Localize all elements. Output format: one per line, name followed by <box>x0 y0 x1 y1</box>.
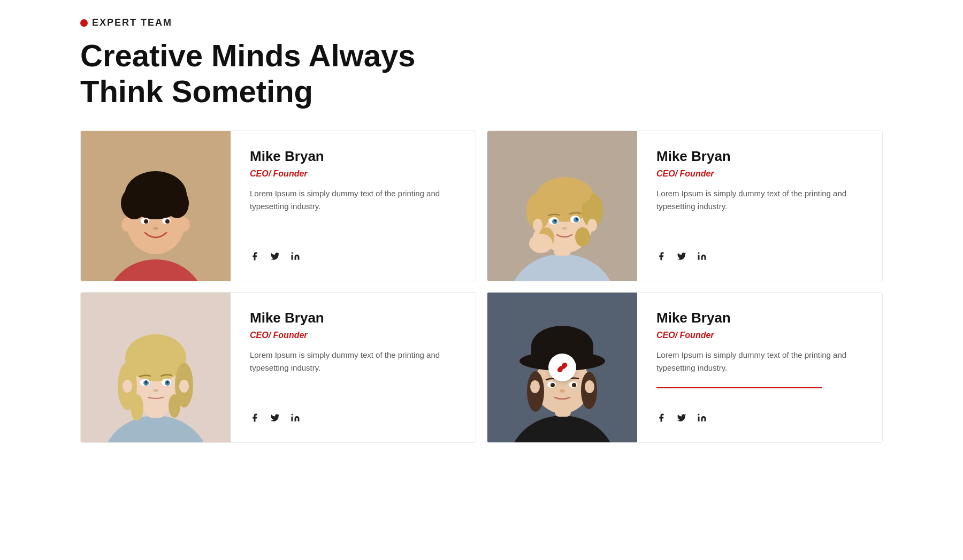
member-desc-4: Lorem Ipsum is simply dummy text of the … <box>656 349 863 374</box>
svg-point-34 <box>576 218 578 220</box>
team-card-image-4 <box>487 293 637 442</box>
svg-point-48 <box>131 394 143 421</box>
svg-point-56 <box>145 381 147 383</box>
team-card-3: Mike Bryan CEO/ Founder Lorem Ipsum is s… <box>80 292 476 443</box>
bottom-divider-4 <box>656 387 822 388</box>
svg-point-14 <box>153 227 158 230</box>
linkedin-link-3[interactable] <box>291 413 300 425</box>
svg-point-78 <box>698 414 700 416</box>
svg-point-28 <box>587 219 597 232</box>
member-role-1: CEO/ Founder <box>250 169 456 179</box>
svg-point-24 <box>538 178 592 208</box>
svg-point-36 <box>529 234 553 253</box>
linkedin-link-4[interactable] <box>697 413 707 425</box>
member-role-4: CEO/ Founder <box>656 331 863 340</box>
member-desc-1: Lorem Ipsum is simply dummy text of the … <box>250 187 456 213</box>
team-card-2: Mike Bryan CEO/ Founder Lorem Ipsum is s… <box>487 131 883 281</box>
team-grid: Mike Bryan CEO/ Founder Lorem Ipsum is s… <box>80 131 883 443</box>
link-icon <box>556 362 568 373</box>
team-card-image-3 <box>81 293 231 442</box>
social-icons-1 <box>250 251 456 264</box>
linkedin-link-1[interactable] <box>291 251 300 264</box>
member-desc-2: Lorem Ipsum is simply dummy text of the … <box>656 187 863 213</box>
svg-point-39 <box>698 252 700 254</box>
overlay-icon-4[interactable] <box>548 354 576 381</box>
team-card-info-4: Mike Bryan CEO/ Founder Lorem Ipsum is s… <box>637 293 882 442</box>
svg-point-7 <box>128 173 184 205</box>
svg-point-58 <box>153 389 158 392</box>
svg-point-49 <box>169 394 180 418</box>
social-icons-3 <box>250 413 456 425</box>
svg-point-26 <box>575 227 590 247</box>
twitter-link-1[interactable] <box>270 251 280 264</box>
person2-illustration <box>487 131 637 281</box>
section-label-dot <box>80 19 88 27</box>
svg-point-35 <box>562 227 567 230</box>
svg-point-13 <box>165 219 170 224</box>
svg-point-8 <box>121 218 132 232</box>
svg-point-37 <box>533 231 540 246</box>
team-card-info-1: Mike Bryan CEO/ Founder Lorem Ipsum is s… <box>231 131 476 281</box>
svg-point-57 <box>166 381 169 383</box>
svg-point-70 <box>530 380 540 393</box>
svg-point-60 <box>292 414 293 416</box>
section-label-text: EXPERT TEAM <box>92 17 172 28</box>
svg-point-33 <box>554 220 556 222</box>
person1-illustration <box>81 131 231 281</box>
svg-point-27 <box>533 219 542 232</box>
svg-rect-77 <box>698 417 700 421</box>
member-name-1: Mike Bryan <box>250 148 456 165</box>
facebook-link-4[interactable] <box>656 413 666 425</box>
svg-point-16 <box>292 252 293 254</box>
member-desc-3: Lorem Ipsum is simply dummy text of the … <box>250 349 456 374</box>
svg-point-12 <box>144 219 148 224</box>
svg-point-51 <box>179 380 189 393</box>
svg-point-74 <box>551 383 555 387</box>
heading-line1: Creative Minds Always <box>80 38 415 73</box>
social-icons-4 <box>656 413 863 425</box>
linkedin-link-2[interactable] <box>697 251 707 264</box>
section-label: EXPERT TEAM <box>80 17 883 28</box>
svg-rect-15 <box>292 255 293 260</box>
facebook-link-3[interactable] <box>250 413 259 425</box>
svg-point-71 <box>585 380 594 393</box>
team-card-info-2: Mike Bryan CEO/ Founder Lorem Ipsum is s… <box>637 131 882 281</box>
team-card-1: Mike Bryan CEO/ Founder Lorem Ipsum is s… <box>80 131 476 281</box>
person3-illustration <box>81 293 231 442</box>
team-card-image-2 <box>487 131 637 281</box>
social-icons-2 <box>656 251 863 264</box>
member-name-4: Mike Bryan <box>656 310 863 326</box>
member-role-2: CEO/ Founder <box>656 169 863 179</box>
twitter-link-4[interactable] <box>677 413 686 425</box>
heading-line2: Think Someting <box>80 74 313 109</box>
member-name-3: Mike Bryan <box>250 310 456 326</box>
svg-point-75 <box>572 383 576 387</box>
facebook-link-2[interactable] <box>656 251 666 264</box>
svg-rect-38 <box>698 255 700 260</box>
team-card-info-3: Mike Bryan CEO/ Founder Lorem Ipsum is s… <box>231 293 476 442</box>
svg-point-47 <box>128 335 184 367</box>
team-card-image-1 <box>81 131 231 281</box>
svg-point-9 <box>179 218 190 232</box>
section-heading: Creative Minds Always Think Someting <box>80 38 883 109</box>
svg-point-50 <box>123 380 132 393</box>
svg-rect-59 <box>292 417 293 421</box>
svg-point-76 <box>560 389 565 393</box>
member-name-2: Mike Bryan <box>656 148 863 165</box>
facebook-link-1[interactable] <box>250 251 259 264</box>
twitter-link-2[interactable] <box>677 251 686 264</box>
twitter-link-3[interactable] <box>270 413 280 425</box>
member-role-3: CEO/ Founder <box>250 331 456 340</box>
team-card-4: Mike Bryan CEO/ Founder Lorem Ipsum is s… <box>487 292 883 443</box>
